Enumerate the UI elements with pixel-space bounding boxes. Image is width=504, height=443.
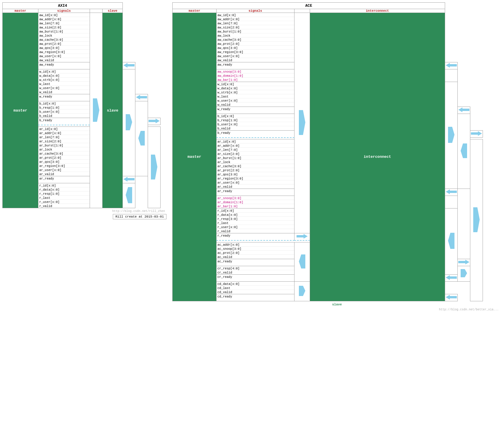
ace-aw-extra-arrow-empty: [445, 69, 458, 82]
svg-marker-7: [123, 177, 134, 182]
axi4-r-signals: r_id[x:0] r_data[x:0] r_resp[1:0] r_last…: [38, 183, 90, 208]
axi4-hdr-signals: signals: [38, 9, 90, 13]
svg-marker-18: [297, 234, 308, 239]
ace-cr-ready: cr_ready: [217, 274, 294, 281]
svg-marker-3: [136, 95, 147, 100]
axi4-b-signals: b_id[x:0] b_resp[1:0] b_user[x:0] b_vali…: [38, 101, 90, 118]
axi4-w-ready-arrow: [135, 94, 148, 101]
ace-ac-arrow: [294, 242, 310, 281]
svg-marker-8: [126, 187, 132, 203]
axi4-hdr-slave: slave: [103, 9, 123, 13]
svg-marker-20: [458, 260, 469, 264]
ace-r-ready: r_ready: [217, 233, 294, 241]
axi4-ar-ready-arrow: [123, 176, 135, 183]
axi4-aw-ready-arrow: [123, 62, 135, 69]
ace-watermark: http://blog.csdn.net/better_xia...: [439, 308, 499, 311]
svg-marker-23: [299, 286, 305, 296]
ace-w-ready-arrow: [458, 107, 470, 114]
ace-cd-ready-arrow: [445, 294, 458, 301]
svg-marker-9: [299, 110, 305, 135]
svg-marker-12: [458, 107, 469, 112]
ace-hdr-signals: signals: [217, 9, 294, 13]
ace-aw-extra-signals: aw_snoop[3:0] aw_domain[1:0] aw_bar[1:0]: [217, 69, 294, 82]
svg-marker-0: [93, 98, 99, 122]
axi4-b-ready-arrow: [148, 118, 161, 125]
svg-marker-22: [446, 275, 457, 280]
axi4-b-ready: b_ready: [38, 118, 90, 125]
ace-aw-ready-arrow: [445, 62, 458, 69]
axi4-hdr-master: master: [3, 9, 38, 13]
ace-aw-ready: aw_ready: [217, 62, 294, 69]
ace-cr-ready-arrow: [445, 274, 458, 281]
axi4-title: AXI4: [3, 3, 123, 9]
ace-section: ACE master signals interconnect master a…: [172, 2, 502, 311]
ace-b-ready: b_ready: [217, 131, 294, 138]
ace-title: ACE: [173, 3, 445, 9]
ace-master-label: master: [173, 13, 217, 301]
ace-w-ready: w_ready: [217, 107, 294, 114]
svg-marker-21: [461, 269, 467, 277]
svg-marker-10: [446, 63, 457, 68]
ace-hdr-arrow: [294, 9, 310, 13]
ace-ac-ready-arrow: [458, 259, 470, 266]
axi4-footer: Rill create at 2015-03-01: [2, 214, 166, 219]
ace-cd-signals: cd_data[x:0] cd_last cd_valid: [217, 281, 294, 294]
axi4-aw-arrow: [90, 13, 103, 208]
axi4-footer-area: http://blog.csdn.net/rill_zhen Rill crea…: [2, 210, 166, 219]
ace-ar-extra-arrow-empty: [445, 196, 458, 208]
ace-cd-arrow: [294, 281, 310, 301]
ace-hdr-master: master: [173, 9, 217, 13]
axi4-hdr-arrow: [90, 9, 103, 13]
axi4-master-label: master: [3, 13, 38, 208]
axi4-section: AXI4 master signals slave master aw_id[x…: [2, 2, 166, 311]
ace-b-signals: b_id[x:0] b_resp[1:0] b_user[x:0] b_vali…: [217, 114, 294, 131]
page-container: AXI4 master signals slave master aw_id[x…: [0, 0, 504, 314]
ace-interconnect-label: interconnect: [310, 13, 445, 301]
svg-marker-6: [151, 155, 157, 179]
ace-ac-signals: ac_addr[x:0] ac_snoop[3:0] ac_prot[2:0] …: [217, 242, 294, 259]
svg-marker-17: [448, 233, 454, 249]
ace-hdr-interconnect: interconnect: [310, 9, 445, 13]
svg-marker-14: [471, 131, 482, 136]
ace-cr-arrow: [458, 266, 470, 281]
svg-marker-1: [123, 63, 134, 68]
ace-aw-arrow: [294, 13, 310, 233]
axi4-footer-text: Rill create at 2015-03-01: [113, 214, 166, 219]
axi4-aw-signals: aw_id[x:0] aw_addr[x:0] aw_len[7:0] aw_s…: [38, 13, 90, 62]
ace-w-arrow: [445, 82, 458, 189]
ace-ar-signals: ar_id[x:0] ar_addr[x:0] ar_len[7:0] ar_s…: [217, 139, 294, 189]
ace-b-ready-arrow: [470, 131, 483, 138]
svg-marker-4: [138, 131, 145, 146]
ace-r-signals: r_id[x:0] r_data[x:0] r_resp[3:0] r_last…: [217, 208, 294, 233]
axi4-ar-arrow: [148, 127, 161, 208]
ace-w-signals: w_id[x:0] w_data[x:0] w_strb[x:0] w_last…: [217, 82, 294, 107]
svg-marker-13: [461, 143, 467, 158]
svg-marker-24: [446, 295, 457, 300]
svg-marker-11: [448, 127, 454, 143]
svg-marker-5: [149, 119, 160, 123]
axi4-w-arrow: [123, 69, 135, 176]
ace-slave-label: slave: [332, 303, 342, 306]
ace-watermark-area: http://blog.csdn.net/better_xia...: [172, 308, 502, 311]
ace-ar-extra-signals: ar_snoop[3:0] ar_domain[1:0] ar_bar[1:0]: [217, 196, 294, 208]
ace-cd-ready: cd_ready: [217, 294, 294, 301]
ace-slave-area: slave: [172, 303, 502, 306]
svg-marker-19: [299, 254, 305, 268]
axi4-r-arrow: [123, 183, 135, 208]
axi4-slave-label: slave: [103, 13, 123, 208]
ace-cr-signals: cr_resp[4:0] cr_valid: [217, 266, 294, 274]
ace-ar-ready: ar_ready: [217, 189, 294, 196]
axi4-w-signals: w_id[x:0] w_data[x:0] w_strb[x:0] w_last…: [38, 69, 90, 94]
ace-b-arrow: [458, 114, 470, 189]
axi4-w-ready: w_ready: [38, 94, 90, 101]
ace-ar-ready-arrow: [445, 189, 458, 196]
ace-r-arrow: [445, 208, 458, 275]
svg-marker-2: [126, 114, 132, 130]
ace-aw-signals: aw_id[x:0] aw_addr[x:0] aw_len[7:0] aw_s…: [217, 13, 294, 62]
svg-marker-15: [473, 207, 480, 232]
axi4-ar-signals: ar_id[x:0] ar_addr[x:0] ar_len[7:0] ar_s…: [38, 127, 90, 176]
ace-ar-arrow: [470, 139, 483, 301]
axi4-aw-ready: aw_ready: [38, 62, 90, 69]
axi4-watermark: http://blog.csdn.net/rill_zhen: [2, 210, 165, 213]
axi4-ar-ready: ar_ready: [38, 176, 90, 183]
